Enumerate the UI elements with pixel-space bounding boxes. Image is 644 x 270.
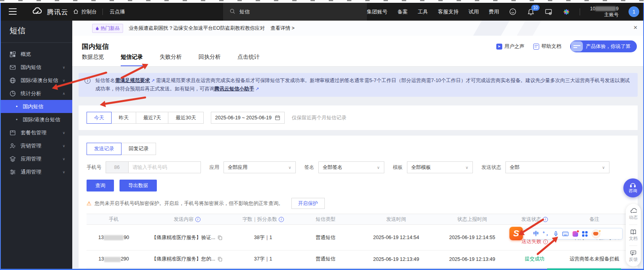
sidebar-item-marketing-mgmt[interactable]: 营销管理 ∨ xyxy=(0,139,72,152)
nav-support[interactable]: 客服支持 xyxy=(438,8,459,15)
sidebar-subitem-intl-sms[interactable]: • 国际/港澳台短信 xyxy=(0,113,72,126)
sidebar-item-label: 国内短信 xyxy=(23,103,43,110)
bullet-icon: • xyxy=(16,117,17,123)
hamburger-menu-icon[interactable] xyxy=(9,8,17,15)
phone-prefix-box[interactable]: 86 xyxy=(106,161,129,173)
sidebar-subitem-domestic-sms[interactable]: • 国内短信 xyxy=(0,100,72,113)
query-button[interactable]: 查询 xyxy=(87,180,114,191)
ime-mode-chinese[interactable]: 中 xyxy=(533,230,539,237)
skin-icon[interactable] xyxy=(573,231,578,237)
tab-sms-records[interactable]: 短信记录 xyxy=(121,54,143,66)
nav-product-recent[interactable]: 云点播 xyxy=(110,8,125,15)
privacy-text: 您尚未开启手机号码加密保护。开启后，手机号将加密展示，但不影响您的正常查询。 xyxy=(95,200,283,207)
alert-requirement-link[interactable]: 需满足规范要求 xyxy=(115,78,150,83)
ime-menu-grid-icon[interactable] xyxy=(582,231,588,237)
browser-strip xyxy=(0,0,644,3)
alert-body: 需满足规范要求且在运营商完成实名报备后才可保障短信下发成功率。新增审核通过的签名… xyxy=(95,78,630,92)
sign-select[interactable]: 全部签名 ∨ xyxy=(318,161,384,173)
date-last30-button[interactable]: 最近30天 xyxy=(168,112,203,124)
panel-settings-icon[interactable] xyxy=(545,8,553,16)
feed-button[interactable]: 动态 xyxy=(629,208,638,220)
alert-assistant-link[interactable]: 腾讯云短信小助手 xyxy=(214,86,254,92)
template-select-value: 全部模板 xyxy=(411,164,431,171)
package-icon xyxy=(10,130,16,136)
service-icon[interactable] xyxy=(509,8,517,16)
user-voice-link[interactable]: ➤ 用户之声 xyxy=(496,43,524,50)
sidebar-item-intl-sms[interactable]: 国际/港澳台短信 ∨ xyxy=(0,74,72,87)
sidebar-item-statistics[interactable]: 统计分析 ∧ xyxy=(0,87,72,100)
sidebar-item-package-mgmt[interactable]: 套餐包管理 ∨ xyxy=(0,126,72,139)
phone-suffix: 90 xyxy=(123,235,129,240)
sidebar-item-domestic-sms[interactable]: 国内短信 ∨ xyxy=(0,61,72,74)
page-title: 国内短信 xyxy=(82,42,109,51)
tab-receipt-analysis[interactable]: 回执分析 xyxy=(199,54,221,66)
close-icon[interactable]: ✕ xyxy=(633,25,638,31)
remark: 运营商签名未报备拦截 xyxy=(570,256,619,262)
table-row[interactable]: 13290 【痛康精准医疗服务】您的... 37字｜1 普通短信 2025-06… xyxy=(87,251,630,268)
hot-badge-label: 热门新品 xyxy=(100,25,120,32)
global-search[interactable] xyxy=(223,3,367,21)
enable-protection-button[interactable]: 开启保护 xyxy=(291,198,325,209)
consult-label: 咨询 xyxy=(629,188,637,194)
tencent-cloud-brand[interactable]: 腾讯云 xyxy=(32,7,68,17)
nav-beian[interactable]: 备案 xyxy=(397,8,408,15)
ime-punctuation-icon[interactable]: °， xyxy=(543,230,550,237)
phone-prefix: 13 xyxy=(98,256,104,262)
window-border-left xyxy=(0,3,1,270)
microphone-icon[interactable] xyxy=(553,231,558,237)
consult-button[interactable]: 咨询 xyxy=(623,178,642,197)
nav-billing[interactable]: 费用 xyxy=(489,8,499,15)
col-type: 短信类型 xyxy=(316,216,335,223)
sidebar-item-overview[interactable]: 概览 xyxy=(0,48,72,61)
chevron-down-icon: ∨ xyxy=(377,165,380,170)
nav-console[interactable]: 控制台 xyxy=(73,8,97,15)
app-select[interactable]: 全部应用 ∨ xyxy=(224,161,296,173)
copy-icon[interactable] xyxy=(218,257,222,262)
export-button[interactable]: 导出数据 xyxy=(120,180,157,191)
tab-send-records[interactable]: 发送记录 xyxy=(87,143,121,155)
sidebar-item-label: 应用管理 xyxy=(21,155,41,163)
send-status-select-value: 全部 xyxy=(510,164,520,171)
notification-bell-icon[interactable]: 10 xyxy=(527,8,535,16)
nav-trial[interactable]: 试用 xyxy=(469,8,479,15)
sidebar-item-general-mgmt[interactable]: 通用管理 ∨ xyxy=(0,165,72,178)
feedback-button[interactable]: 反馈 xyxy=(629,250,638,262)
screen: 腾讯云 控制台 云点播 集团账号 备案 工具 客服支持 试用 xyxy=(0,0,644,270)
keyboard-icon[interactable] xyxy=(562,232,569,236)
date-today-button[interactable]: 今天 xyxy=(87,112,112,124)
nav-group-account[interactable]: 集团账号 xyxy=(367,8,388,15)
send-status-select[interactable]: 全部 ∨ xyxy=(505,161,609,173)
global-search-input[interactable] xyxy=(239,9,343,15)
sidebar-item-app-mgmt[interactable]: 应用管理 ∨ xyxy=(0,152,72,165)
sms-type: 普通短信 xyxy=(316,235,335,240)
date-range-picker[interactable]: 2025-06-19 ~ 2025-06-19 xyxy=(211,112,285,124)
fail-info-icon[interactable]: ! xyxy=(543,239,548,244)
filter-row: 手机号 86 应用 全部应用 ∨ 签名 全部签名 ∨ 模板 全部模板 xyxy=(87,161,630,173)
date-last7-button[interactable]: 最近7天 xyxy=(136,112,168,124)
tab-data-overview[interactable]: 数据总览 xyxy=(82,54,104,66)
help-docs-link[interactable]: 帮助文档 xyxy=(533,43,561,50)
tab-failure-analysis[interactable]: 失败分析 xyxy=(160,54,182,66)
date-yesterday-button[interactable]: 昨天 xyxy=(111,112,136,124)
nav-tools[interactable]: 工具 xyxy=(418,8,428,15)
col-status: 发送状态 xyxy=(521,216,541,223)
phone-input[interactable] xyxy=(129,161,201,173)
ime-toolbar[interactable]: S 中 °， ✦ xyxy=(523,228,623,239)
avatar[interactable]: 1 xyxy=(629,6,639,17)
tab-click-stats[interactable]: 点击统计 xyxy=(237,54,260,66)
info-icon[interactable]: i xyxy=(279,217,284,222)
account-info[interactable]: 109 主账号 xyxy=(590,6,619,18)
copy-icon[interactable] xyxy=(218,235,222,240)
docs-button[interactable]: 文档 xyxy=(629,229,638,241)
tab-reply-records[interactable]: 回复记录 xyxy=(121,143,156,155)
template-select[interactable]: 全部模板 ∨ xyxy=(407,161,473,173)
info-icon[interactable]: i xyxy=(195,217,201,222)
product-experience-button[interactable]: 产品体验，你说了算 xyxy=(570,40,637,52)
external-link-icon: ↗ xyxy=(151,78,155,83)
banner-detail-link[interactable]: 查看详情 > xyxy=(270,25,295,32)
calendar-icon xyxy=(275,115,280,121)
fox-assistant-icon[interactable]: ✦ xyxy=(592,230,600,238)
info-icon[interactable]: i xyxy=(543,217,548,222)
sogou-logo-icon[interactable]: S xyxy=(509,227,523,240)
ai-assistant-icon[interactable] xyxy=(563,8,570,15)
